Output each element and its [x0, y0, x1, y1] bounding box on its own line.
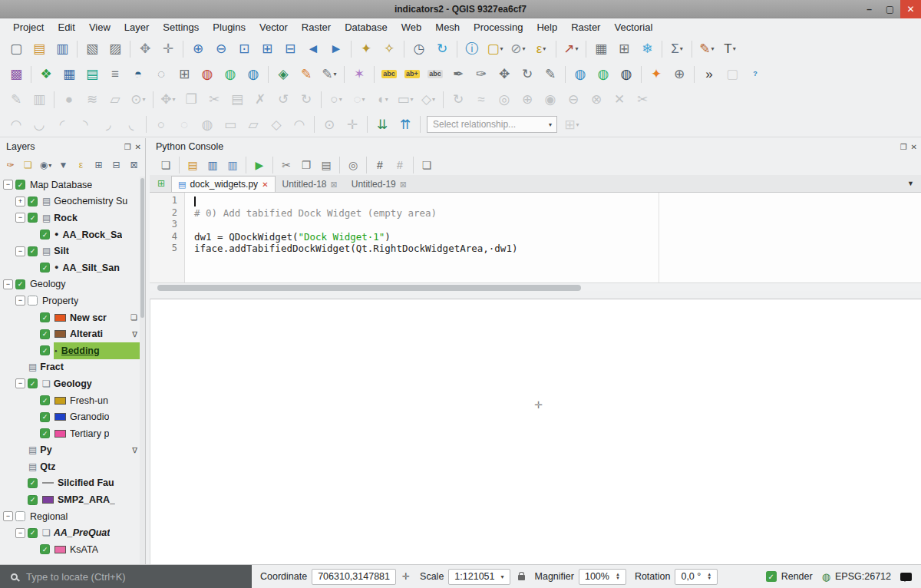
layer-row[interactable]: −✓Map Database — [0, 177, 140, 193]
collapse-all-button[interactable]: ⊟ — [108, 157, 124, 173]
tab-dock-widgets-py[interactable]: ▤dock_widgets.py✕ — [171, 176, 276, 192]
zoom-in-button[interactable]: ⊕ — [187, 38, 209, 60]
comment-code-button[interactable]: # — [371, 157, 389, 174]
pan-to-selection-button[interactable]: ✛ — [157, 38, 179, 60]
new-shapefile-layer-button[interactable]: ✎ — [295, 64, 317, 85]
copy-button[interactable]: ❐ — [297, 157, 315, 174]
save-project-button[interactable]: ▥ — [51, 38, 73, 60]
layer-row[interactable]: ✓Granodio — [0, 408, 140, 425]
layer-row[interactable]: −✓▤Silt — [0, 243, 140, 259]
show-bookmarks-button[interactable]: ✧ — [378, 38, 400, 60]
menu-item-processing[interactable]: Processing — [467, 21, 530, 33]
crs-value[interactable]: EPSG:26712 — [835, 571, 891, 582]
extents-toggle-icon[interactable]: ✛ — [402, 571, 410, 582]
annotation-button[interactable]: ✎▾ — [696, 38, 718, 60]
qgis2web-button[interactable]: ◍ — [593, 64, 614, 85]
layer-row[interactable]: ✓Fresh-un — [0, 392, 140, 409]
search-plugin-button[interactable]: ◍ — [616, 64, 637, 85]
layer-checkbox[interactable]: ✓ — [28, 478, 38, 488]
layers-scrollbar[interactable] — [140, 177, 145, 564]
layer-diagram-button[interactable]: ab+ — [401, 64, 423, 85]
layer-row[interactable]: ✓●Bedding — [0, 342, 140, 359]
close-button[interactable]: ✕ — [900, 0, 921, 18]
uncomment-code-button[interactable]: # — [391, 157, 409, 174]
zoom-out-button[interactable]: ⊖ — [210, 38, 232, 60]
layer-row[interactable]: ▤Qtz — [0, 458, 140, 475]
remove-layer-group-button[interactable]: ⊠ — [126, 157, 142, 173]
expander-icon[interactable]: − — [3, 511, 13, 521]
menu-item-project[interactable]: Project — [6, 21, 51, 33]
menu-item-vectorial[interactable]: Vectorial — [607, 21, 659, 33]
text-annotation-button[interactable]: T▾ — [719, 38, 741, 60]
paste-button[interactable]: ▤ — [317, 157, 335, 174]
open-project-button[interactable]: ▤ — [28, 38, 50, 60]
menu-item-raster[interactable]: Raster — [295, 21, 338, 33]
select-features-button[interactable]: ▢▾ — [484, 38, 506, 60]
lock-icon[interactable] — [518, 575, 525, 580]
layer-row[interactable]: ✓New scr❏ — [0, 309, 140, 326]
plugin-tool-button[interactable]: ✦ — [645, 64, 667, 85]
layer-row[interactable]: ✓Silcified Fau — [0, 475, 140, 492]
menu-item-plugins[interactable]: Plugins — [206, 21, 253, 33]
layer-labeling-button[interactable]: abc — [378, 64, 400, 85]
crs-icon[interactable]: ◍ — [822, 571, 830, 583]
layer-row[interactable]: ✓●AA_Silt_San — [0, 259, 140, 276]
manage-map-themes-button[interactable]: ◉▾ — [38, 157, 54, 173]
add-group-button[interactable]: ❏ — [20, 157, 36, 173]
layer-row[interactable]: −Property — [0, 292, 140, 309]
tab-list-caret-icon[interactable]: ▼ — [907, 180, 914, 187]
close-tab-icon[interactable]: ⊠ — [400, 180, 407, 190]
layer-checkbox[interactable]: ✓ — [40, 428, 50, 438]
messages-icon[interactable] — [900, 573, 912, 581]
zoom-last-button[interactable]: ◄ — [302, 38, 324, 60]
layer-checkbox[interactable]: ✓ — [15, 180, 25, 190]
layer-row[interactable]: ✓KsATA — [0, 541, 140, 558]
layer-row[interactable]: ▤Fract — [0, 359, 140, 376]
relationship-select[interactable]: Select relationship... ▾ — [427, 116, 557, 133]
run-script-button[interactable]: ▶ — [250, 157, 269, 174]
expander-icon[interactable]: − — [15, 246, 25, 256]
new-geopackage-layer-button[interactable]: ◈ — [272, 64, 294, 85]
add-raster-layer-button[interactable]: ▦ — [58, 64, 80, 85]
coordinate-input[interactable]: 706310,3147881 — [312, 569, 396, 585]
new-editor-tab-button[interactable]: ⊞ — [154, 177, 168, 190]
menu-item-settings[interactable]: Settings — [156, 21, 206, 33]
expander-icon[interactable]: − — [3, 180, 13, 190]
spinner-arrows-icon[interactable]: ▲▼ — [707, 573, 711, 580]
add-vector-layer-button[interactable]: ❖ — [35, 64, 57, 85]
menu-item-raster[interactable]: Raster — [564, 21, 607, 33]
menu-item-help[interactable]: Help — [530, 21, 564, 33]
zoom-to-layer-button[interactable]: ⊟ — [279, 38, 301, 60]
layer-row[interactable]: ✓Alterati∇ — [0, 325, 140, 342]
add-virtual-layer-button[interactable]: ⊞ — [173, 64, 195, 85]
rotate-label-button[interactable]: ↻ — [517, 64, 538, 85]
find-text-button[interactable]: ◎ — [344, 157, 362, 174]
add-mesh-layer-button[interactable]: ▤ — [81, 64, 103, 85]
pan-map-button[interactable]: ✥ — [134, 38, 156, 60]
layer-row[interactable]: ✓●AA_Rock_Sa — [0, 226, 140, 243]
layer-checkbox[interactable]: ✓ — [28, 197, 38, 206]
filter-by-expression-button[interactable]: ε — [73, 157, 89, 173]
render-checkbox[interactable]: ✓ — [766, 571, 777, 582]
open-attribute-table-button[interactable]: ▦ — [590, 38, 612, 60]
magnifier-spinner[interactable]: 100% ▲▼ — [579, 569, 626, 585]
add-spatialite-layer-button[interactable]: ◌ — [150, 64, 172, 85]
layer-row[interactable]: ✓Tertiary p — [0, 425, 140, 442]
new-scratch-layer-button[interactable]: ✎▾ — [319, 64, 340, 85]
menu-item-edit[interactable]: Edit — [51, 21, 81, 33]
new-print-layout-button[interactable]: ▧ — [81, 38, 103, 60]
open-layer-styling-button[interactable]: ✑ — [2, 157, 18, 173]
maximize-button[interactable]: ▢ — [880, 0, 900, 18]
expander-icon[interactable]: + — [15, 197, 25, 206]
field-calculator-button[interactable]: ⊞ — [613, 38, 635, 60]
spinner-arrows-icon[interactable]: ▲▼ — [616, 573, 620, 580]
zoom-to-selection-button[interactable]: ⊞ — [256, 38, 278, 60]
expand-all-button[interactable]: ⊞ — [91, 157, 107, 173]
locator-search[interactable]: Type to locate (Ctrl+K) — [0, 565, 252, 588]
deselect-features-button[interactable]: ⊘▾ — [507, 38, 529, 60]
close-tab-icon[interactable]: ✕ — [262, 180, 268, 189]
add-wcs-layer-button[interactable]: ◍ — [220, 64, 241, 85]
scale-combo[interactable]: 1:121051 ▾ — [448, 569, 510, 585]
new-bookmark-button[interactable]: ✦ — [355, 38, 377, 60]
filter-legend-button[interactable]: ▼ — [55, 157, 71, 173]
